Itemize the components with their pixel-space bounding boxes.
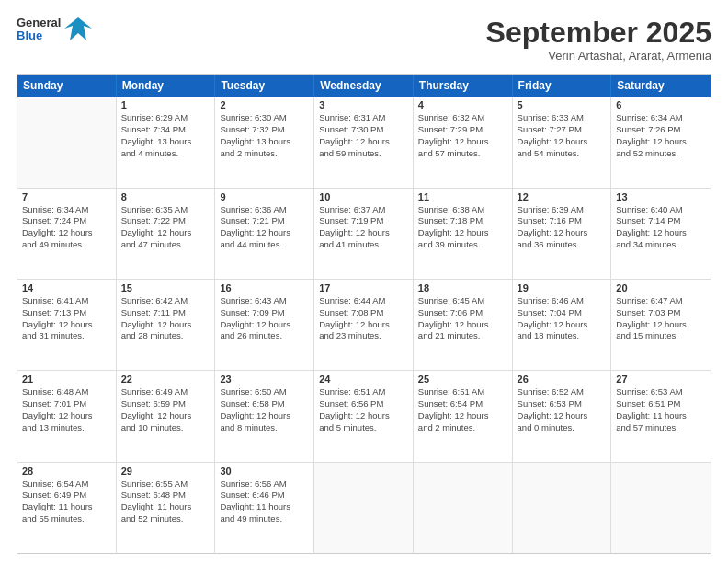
day-number: 5: [518, 99, 607, 110]
day-info-line: and 41 minutes.: [319, 239, 408, 251]
calendar-day-5: 5Sunrise: 6:33 AMSunset: 7:27 PMDaylight…: [513, 97, 612, 187]
day-info-line: Sunrise: 6:42 AM: [121, 295, 210, 307]
day-info-line: Daylight: 12 hours: [319, 136, 408, 148]
day-number: 9: [220, 191, 309, 202]
month-title: September 2025: [486, 17, 711, 49]
day-info-line: Daylight: 12 hours: [22, 319, 111, 331]
day-info-line: Daylight: 12 hours: [616, 227, 706, 239]
calendar-day-23: 23Sunrise: 6:50 AMSunset: 6:58 PMDayligh…: [215, 371, 314, 461]
day-info-line: Daylight: 11 hours: [220, 501, 309, 513]
day-info-line: Daylight: 12 hours: [418, 410, 507, 422]
day-info-line: and 2 minutes.: [418, 422, 507, 434]
day-info-line: Sunset: 7:24 PM: [22, 215, 111, 227]
day-info-line: and 18 minutes.: [518, 330, 607, 342]
day-info-line: Sunset: 6:46 PM: [220, 489, 309, 501]
calendar-day-14: 14Sunrise: 6:41 AMSunset: 7:13 PMDayligh…: [17, 280, 117, 370]
day-number: 11: [418, 191, 507, 202]
day-info-line: Sunrise: 6:46 AM: [518, 295, 607, 307]
day-info-line: and 52 minutes.: [121, 513, 210, 525]
day-info-line: Sunset: 7:06 PM: [418, 307, 507, 319]
day-info-line: and 36 minutes.: [518, 239, 607, 251]
day-info-line: Sunrise: 6:56 AM: [220, 478, 309, 490]
day-info-line: Daylight: 12 hours: [220, 319, 309, 331]
day-number: 10: [319, 191, 408, 202]
day-number: 28: [22, 465, 111, 477]
day-info-line: Sunrise: 6:34 AM: [616, 112, 706, 124]
day-number: 25: [418, 373, 507, 385]
calendar-empty-cell: [513, 463, 612, 553]
day-info-line: and 10 minutes.: [121, 422, 210, 434]
day-info-line: and 59 minutes.: [319, 148, 408, 160]
day-info-line: and 21 minutes.: [418, 330, 507, 342]
calendar-day-29: 29Sunrise: 6:55 AMSunset: 6:48 PMDayligh…: [117, 463, 216, 553]
day-number: 7: [22, 191, 111, 202]
day-info-line: Sunrise: 6:51 AM: [319, 386, 408, 398]
calendar-day-15: 15Sunrise: 6:42 AMSunset: 7:11 PMDayligh…: [117, 280, 216, 370]
calendar-day-8: 8Sunrise: 6:35 AMSunset: 7:22 PMDaylight…: [117, 189, 216, 279]
day-info-line: and 47 minutes.: [121, 239, 210, 251]
day-info-line: Daylight: 12 hours: [616, 136, 706, 148]
day-number: 27: [616, 373, 706, 385]
calendar-day-27: 27Sunrise: 6:53 AMSunset: 6:51 PMDayligh…: [611, 371, 711, 461]
day-number: 21: [22, 373, 111, 385]
calendar-day-28: 28Sunrise: 6:54 AMSunset: 6:49 PMDayligh…: [17, 463, 117, 553]
day-number: 24: [319, 373, 408, 385]
day-number: 12: [518, 191, 607, 202]
day-info-line: Sunrise: 6:30 AM: [220, 112, 309, 124]
day-number: 6: [616, 99, 706, 110]
day-info-line: Sunset: 6:51 PM: [616, 398, 706, 410]
calendar-day-3: 3Sunrise: 6:31 AMSunset: 7:30 PMDaylight…: [314, 97, 414, 187]
calendar-header: SundayMondayTuesdayWednesdayThursdayFrid…: [17, 75, 711, 97]
day-info-line: Sunrise: 6:40 AM: [616, 204, 706, 216]
day-info-line: Sunset: 6:59 PM: [121, 398, 210, 410]
calendar-empty-cell: [314, 463, 414, 553]
calendar-day-20: 20Sunrise: 6:47 AMSunset: 7:03 PMDayligh…: [611, 280, 711, 370]
day-number: 1: [121, 99, 210, 110]
day-info-line: Sunset: 7:04 PM: [518, 307, 607, 319]
day-info-line: Daylight: 11 hours: [121, 501, 210, 513]
day-info-line: Daylight: 12 hours: [22, 410, 111, 422]
day-info-line: and 52 minutes.: [616, 148, 706, 160]
day-info-line: Sunset: 6:53 PM: [518, 398, 607, 410]
day-info-line: Daylight: 12 hours: [319, 319, 408, 331]
logo-bird-icon: [64, 17, 92, 42]
day-info-line: Daylight: 12 hours: [220, 227, 309, 239]
calendar-day-11: 11Sunrise: 6:38 AMSunset: 7:18 PMDayligh…: [414, 189, 513, 279]
day-info-line: and 57 minutes.: [418, 148, 507, 160]
day-info-line: and 49 minutes.: [220, 513, 309, 525]
day-info-line: Sunrise: 6:35 AM: [121, 204, 210, 216]
day-info-line: Sunrise: 6:49 AM: [121, 386, 210, 398]
day-info-line: Sunrise: 6:45 AM: [418, 295, 507, 307]
day-info-line: and 15 minutes.: [616, 330, 706, 342]
day-info-line: Daylight: 12 hours: [518, 136, 607, 148]
day-number: 29: [121, 465, 210, 477]
day-info-line: Sunrise: 6:50 AM: [220, 386, 309, 398]
calendar-day-22: 22Sunrise: 6:49 AMSunset: 6:59 PMDayligh…: [117, 371, 216, 461]
day-info-line: Sunrise: 6:29 AM: [121, 112, 210, 124]
day-info-line: and 2 minutes.: [220, 148, 309, 160]
calendar-day-26: 26Sunrise: 6:52 AMSunset: 6:53 PMDayligh…: [513, 371, 612, 461]
day-info-line: Sunset: 7:30 PM: [319, 124, 408, 136]
header-day-saturday: Saturday: [611, 75, 711, 97]
calendar-day-9: 9Sunrise: 6:36 AMSunset: 7:21 PMDaylight…: [215, 189, 314, 279]
day-info-line: Daylight: 12 hours: [22, 227, 111, 239]
calendar-day-17: 17Sunrise: 6:44 AMSunset: 7:08 PMDayligh…: [314, 280, 414, 370]
day-info-line: Daylight: 12 hours: [319, 227, 408, 239]
logo-blue: Blue: [17, 29, 61, 42]
day-info-line: Sunrise: 6:48 AM: [22, 386, 111, 398]
day-info-line: Sunset: 7:27 PM: [518, 124, 607, 136]
day-info-line: Sunset: 7:18 PM: [418, 215, 507, 227]
day-info-line: Daylight: 11 hours: [616, 410, 706, 422]
day-info-line: Sunrise: 6:37 AM: [319, 204, 408, 216]
day-info-line: Sunset: 6:49 PM: [22, 489, 111, 501]
day-info-line: Sunrise: 6:39 AM: [518, 204, 607, 216]
page-header: General Blue September 2025 Verin Artash…: [17, 17, 711, 63]
day-info-line: Daylight: 12 hours: [121, 410, 210, 422]
day-number: 3: [319, 99, 408, 110]
day-info-line: and 28 minutes.: [121, 330, 210, 342]
day-number: 26: [518, 373, 607, 385]
day-info-line: Daylight: 12 hours: [518, 319, 607, 331]
day-info-line: and 55 minutes.: [22, 513, 111, 525]
day-info-line: Sunset: 6:48 PM: [121, 489, 210, 501]
calendar-week-2: 7Sunrise: 6:34 AMSunset: 7:24 PMDaylight…: [17, 189, 711, 280]
